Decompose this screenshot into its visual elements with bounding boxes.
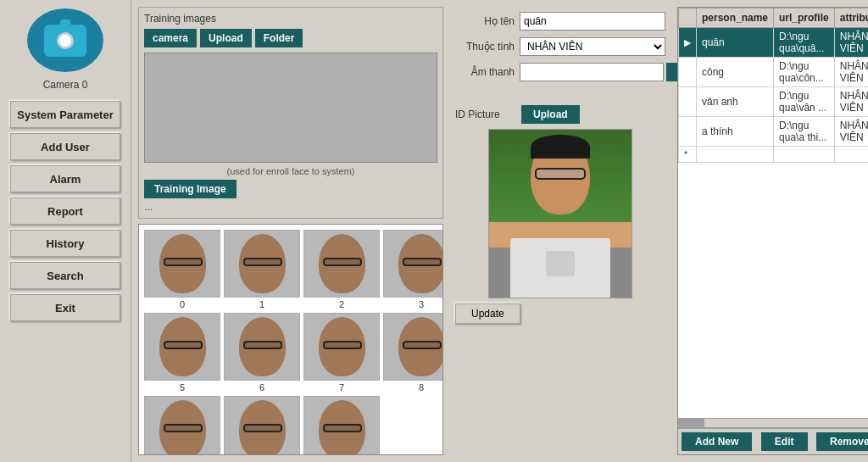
am-thanh-row: Âm thanh xyxy=(455,63,665,81)
table-row[interactable]: ▶ quân D:\ngu qua\quâ... NHÂN VIÊN xyxy=(679,28,869,58)
cell-person-name xyxy=(697,147,774,163)
right-panel: person_name url_profile attribute ▶ quân… xyxy=(677,7,868,455)
table-footer: Add New Edit Remove xyxy=(678,428,868,454)
training-dots: ... xyxy=(144,201,437,213)
thumbnail-8[interactable] xyxy=(383,313,442,381)
person-photo xyxy=(489,130,632,298)
cell-person-name: vân anh xyxy=(697,87,774,117)
history-btn[interactable]: History xyxy=(10,230,120,257)
list-item[interactable]: 12 xyxy=(303,396,380,454)
row-selector: * xyxy=(679,147,697,163)
report-btn[interactable]: Report xyxy=(10,198,120,225)
thumbnail-6[interactable] xyxy=(224,313,300,381)
thumbnail-2[interactable] xyxy=(303,230,380,298)
list-item[interactable]: 5 xyxy=(144,313,220,392)
cell-attribute: NHÂN VIÊN xyxy=(834,58,868,87)
camera-btn[interactable]: camera xyxy=(144,29,197,47)
thumbnail-1[interactable] xyxy=(224,230,300,298)
list-item[interactable]: 7 xyxy=(303,313,380,392)
thumb-num-2: 2 xyxy=(339,299,344,309)
middle-panel: Họ tên Thuộc tính NHÂN VIÊN Âm thanh ID … xyxy=(450,7,670,455)
am-thanh-label: Âm thanh xyxy=(455,66,515,78)
list-item[interactable]: 2 xyxy=(303,230,380,309)
edit-btn[interactable]: Edit xyxy=(761,432,808,451)
col-header-url-profile: url_profile xyxy=(774,8,835,28)
thumbnail-11[interactable] xyxy=(224,396,300,454)
training-images-label: Training images xyxy=(144,13,437,25)
table-row[interactable]: công D:\ngu qua\côn... NHÂN VIÊN xyxy=(679,58,869,87)
camera-notch-icon xyxy=(60,19,70,25)
cell-attribute xyxy=(834,147,868,163)
alarm-btn[interactable]: Alarm xyxy=(10,165,120,192)
system-parameter-btn[interactable]: System Parameter xyxy=(10,101,120,128)
training-buttons: camera Upload Folder xyxy=(144,29,437,47)
thumbnail-3[interactable] xyxy=(383,230,442,298)
upload-btn[interactable]: Upload xyxy=(200,29,252,47)
scroll-thumb[interactable] xyxy=(679,419,704,427)
thumb-num-3: 3 xyxy=(419,299,424,309)
main-content: Training images camera Upload Folder (us… xyxy=(131,0,868,462)
update-btn[interactable]: Update xyxy=(455,303,520,324)
cell-url-profile: D:\ngu qua\quâ... xyxy=(774,28,835,58)
cell-url-profile: D:\ngu qua\a thi... xyxy=(774,117,835,147)
row-selector xyxy=(679,87,697,117)
table-row[interactable]: * xyxy=(679,147,869,163)
thumbnail-12[interactable] xyxy=(303,396,380,454)
ho-ten-label: Họ tên xyxy=(455,15,515,27)
thuoc-tinh-label: Thuộc tính xyxy=(455,41,515,53)
update-btn-wrap: Update xyxy=(455,303,665,324)
cell-url-profile xyxy=(774,147,835,163)
cell-person-name: công xyxy=(697,58,774,87)
ho-ten-input[interactable] xyxy=(520,12,665,31)
horizontal-scrollbar[interactable] xyxy=(678,418,868,428)
thumbnail-7[interactable] xyxy=(303,313,380,381)
remove-btn[interactable]: Remove xyxy=(816,432,868,451)
form-section: Họ tên Thuộc tính NHÂN VIÊN Âm thanh xyxy=(450,7,670,93)
list-item[interactable]: 11 xyxy=(224,396,300,454)
cell-person-name: a thính xyxy=(697,117,774,147)
am-thanh-input[interactable] xyxy=(520,63,664,81)
cell-url-profile: D:\ngu qua\côn... xyxy=(774,58,835,87)
table-row[interactable]: vân anh D:\ngu qua\vân ... NHÂN VIÊN xyxy=(679,87,869,117)
data-table: person_name url_profile attribute ▶ quân… xyxy=(678,8,868,163)
camera-icon xyxy=(44,25,86,57)
camera-label: Camera 0 xyxy=(43,79,88,91)
list-item[interactable]: 10 xyxy=(144,396,220,454)
col-header-selector xyxy=(679,8,697,28)
thumbnail-grid[interactable]: 0 1 2 xyxy=(139,225,442,454)
thuoc-tinh-select[interactable]: NHÂN VIÊN xyxy=(520,37,665,56)
thumb-num-5: 5 xyxy=(180,382,185,392)
row-selector xyxy=(679,117,697,147)
list-item[interactable]: 1 xyxy=(224,230,300,309)
exit-btn[interactable]: Exit xyxy=(10,294,120,321)
row-selector: ▶ xyxy=(679,28,697,58)
id-picture-preview xyxy=(488,129,632,298)
cell-attribute: NHÂN VIÊN xyxy=(834,28,868,58)
cell-url-profile: D:\ngu qua\vân ... xyxy=(774,87,835,117)
id-picture-label: ID Picture xyxy=(455,109,515,120)
add-new-btn[interactable]: Add New xyxy=(682,432,752,451)
folder-btn[interactable]: Folder xyxy=(255,29,303,47)
thumbnail-5[interactable] xyxy=(144,313,220,381)
thumbnail-0[interactable] xyxy=(144,230,220,298)
camera-icon-wrap xyxy=(27,8,103,72)
id-pic-header: ID Picture Upload xyxy=(455,105,665,124)
thumb-num-1: 1 xyxy=(259,299,264,309)
thumb-num-8: 8 xyxy=(419,382,424,392)
thumbnail-10[interactable] xyxy=(144,396,220,454)
list-item[interactable]: 3 xyxy=(383,230,442,309)
table-row[interactable]: a thính D:\ngu qua\a thi... NHÂN VIÊN xyxy=(679,117,869,147)
id-upload-btn[interactable]: Upload xyxy=(521,105,580,124)
list-item[interactable]: 6 xyxy=(224,313,300,392)
training-image-btn[interactable]: Training Image xyxy=(144,180,236,198)
search-btn[interactable]: Search xyxy=(10,262,120,289)
thumbnail-grid-section: 0 1 2 xyxy=(138,224,443,455)
training-images-section: Training images camera Upload Folder (us… xyxy=(138,7,443,219)
thuoc-tinh-row: Thuộc tính NHÂN VIÊN xyxy=(455,37,665,56)
training-note: (used for enroll face to system) xyxy=(144,166,437,176)
thumb-num-6: 6 xyxy=(259,382,264,392)
add-user-btn[interactable]: Add User xyxy=(10,133,120,160)
list-item[interactable]: 0 xyxy=(144,230,220,309)
ho-ten-row: Họ tên xyxy=(455,12,665,31)
list-item[interactable]: 8 xyxy=(383,313,442,392)
